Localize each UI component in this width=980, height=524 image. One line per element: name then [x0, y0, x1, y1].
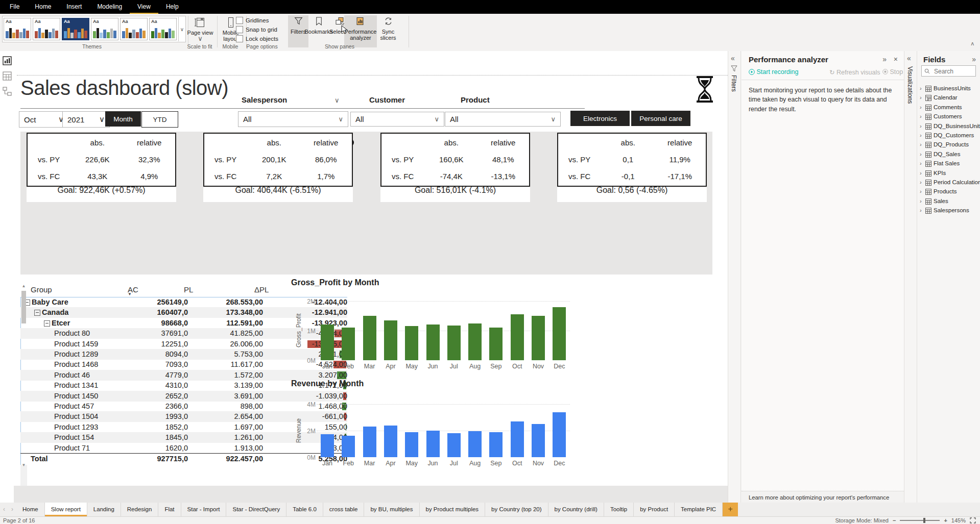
page-tab-cross-table[interactable]: cross table [323, 503, 365, 516]
bar-oct[interactable] [511, 314, 524, 360]
kpi-comparison-costs[interactable]: abs.relativevs. PY200,1K86,0%vs. FC7,2K1… [203, 133, 353, 187]
kpi-comparison-gross-margin[interactable]: abs.relativevs. PY0,111,9%vs. FC-0,1-17,… [557, 133, 707, 187]
field-item-sales[interactable]: ›Sales [917, 196, 980, 206]
new-page-button[interactable]: + [723, 503, 738, 516]
bar-dec[interactable] [553, 307, 566, 360]
field-item-comments[interactable]: ›Comments [917, 103, 980, 112]
expand-icon[interactable]: › [920, 196, 922, 206]
page-tab-slow-report[interactable]: Slow report [45, 503, 87, 516]
page-tab-home[interactable]: Home [16, 503, 45, 516]
month-slicer[interactable]: Oct∨ [19, 111, 69, 128]
expand-icon[interactable]: › [920, 178, 922, 187]
bar-jul[interactable] [447, 326, 461, 360]
category-button-electronics[interactable]: Electronics [570, 111, 630, 126]
scroll-up-icon[interactable]: ▲ [20, 284, 27, 288]
fit-to-page-icon[interactable] [970, 517, 976, 523]
bar-aug[interactable] [468, 431, 482, 457]
data-view-icon[interactable] [3, 71, 12, 81]
stop-button[interactable]: Stop [882, 68, 903, 76]
field-item-period-calculation[interactable]: ›Period Calculation [917, 178, 980, 187]
page-tab-by-country-top-20[interactable]: by Country (top 20) [485, 503, 548, 516]
kpi-comparison-gross-margin[interactable]: abs.relativevs. PY160,6K48,1%vs. FC-74,4… [380, 133, 530, 187]
bar-jul[interactable] [447, 433, 461, 457]
expand-icon[interactable]: › [920, 149, 922, 159]
menu-item-modeling[interactable]: Modeling [89, 1, 130, 13]
bar-mar[interactable] [363, 427, 376, 457]
tabs-scroll-left-icon[interactable]: ‹ [0, 503, 8, 516]
theme-gallery[interactable]: AaAaAaAaAaAa∨ [2, 16, 186, 42]
close-panel-icon[interactable]: × [894, 55, 898, 63]
field-item-dq-customers[interactable]: ›DQ_Customers [917, 131, 980, 140]
theme-gallery-dropdown-icon[interactable]: ∨ [178, 17, 185, 41]
expand-filters-icon[interactable]: « [731, 54, 735, 62]
bar-jan[interactable] [321, 434, 334, 458]
tabs-scroll-right-icon[interactable]: › [8, 503, 16, 516]
group-table-visual[interactable]: GroupAC▼PLΔPLBaby Care256149,0268.553,00… [20, 284, 357, 467]
page-tab-tooltip[interactable]: Tooltip [604, 503, 634, 516]
menu-item-insert[interactable]: Insert [59, 1, 89, 13]
bar-mar[interactable] [363, 316, 376, 360]
expand-icon[interactable]: › [920, 103, 922, 112]
theme-card-1[interactable]: Aa [4, 18, 31, 40]
bar-jun[interactable] [426, 325, 440, 360]
bar-jun[interactable] [426, 431, 440, 457]
expand-icon[interactable]: › [920, 168, 922, 178]
table-row-product-1468[interactable]: Product 14687093,011.617,00-4.524,00 [20, 359, 347, 370]
table-row-product-1450[interactable]: Product 14502652,03.691,00-1.039,00 [20, 391, 347, 402]
expand-icon[interactable]: › [920, 84, 922, 93]
search-input[interactable] [933, 66, 976, 77]
menu-item-file[interactable]: File [2, 1, 27, 13]
page-tab-landing[interactable]: Landing [87, 503, 121, 516]
bar-nov[interactable] [532, 424, 545, 457]
expand-icon[interactable]: › [920, 131, 922, 140]
performance-analyzer-pane-button[interactable]: Performanceanalyzer [344, 15, 377, 47]
kpi-comparison-revenues[interactable]: abs.relativevs. PY226,6K32,3%vs. FC43,3K… [27, 133, 176, 187]
scroll-down-icon[interactable]: ▼ [20, 463, 27, 467]
menu-item-home[interactable]: Home [27, 1, 59, 13]
menu-item-help[interactable]: Help [158, 1, 186, 13]
bar-feb[interactable] [342, 328, 355, 360]
model-view-icon[interactable] [3, 87, 12, 96]
page-tab-table-6-0[interactable]: Table 6.0 [286, 503, 323, 516]
bar-sep[interactable] [489, 328, 503, 360]
page-tab-redesign[interactable]: Redesign [121, 503, 159, 516]
start-recording-button[interactable]: Start recording [749, 68, 798, 76]
collapse-row-icon[interactable] [34, 310, 40, 316]
theme-card-5[interactable]: Aa [120, 18, 148, 40]
column-header-group[interactable]: Group [31, 285, 52, 294]
field-item-customers[interactable]: ›Customers [917, 112, 980, 121]
theme-card-4[interactable]: Aa [91, 18, 118, 40]
page-tab-by-bu-multiples[interactable]: by BU, multiples [364, 503, 419, 516]
expand-panel-icon[interactable]: » [882, 55, 887, 63]
expand-visualizations-icon[interactable]: « [907, 54, 911, 62]
fields-search[interactable] [921, 65, 976, 77]
column-header-dpl[interactable]: ΔPL [254, 285, 269, 294]
zoom-slider[interactable] [900, 520, 940, 521]
bar-jan[interactable] [321, 325, 334, 360]
theme-card-2[interactable]: Aa [33, 18, 60, 40]
collapse-ribbon-icon[interactable]: ᴧ [971, 40, 974, 46]
page-tab-template-pic[interactable]: Template PIC [675, 503, 723, 516]
year-slicer[interactable]: 2021∨ [62, 111, 110, 128]
checkbox-snap-to-grid[interactable]: Snap to grid [236, 26, 277, 33]
field-item-calendar[interactable]: ›Calendar [917, 93, 980, 102]
theme-card-6[interactable]: Aa [149, 18, 177, 40]
field-item-businessunits[interactable]: ›BusinessUnits [917, 84, 980, 93]
bar-dec[interactable] [553, 412, 566, 457]
category-button-personal-care[interactable]: Personal care [631, 111, 690, 126]
expand-icon[interactable]: › [920, 121, 922, 131]
expand-icon[interactable]: › [920, 187, 922, 196]
bar-may[interactable] [405, 326, 418, 360]
report-view-icon[interactable] [3, 56, 12, 65]
bar-sep[interactable] [489, 432, 503, 457]
field-item-flat-sales[interactable]: ›Flat Sales [917, 159, 980, 168]
field-item-products[interactable]: ›Products [917, 187, 980, 196]
filters-pane-collapsed[interactable]: « Filters [728, 51, 741, 503]
field-item-kpis[interactable]: ›KPIs [917, 168, 980, 178]
expand-icon[interactable]: › [920, 93, 922, 102]
expand-icon[interactable]: › [920, 140, 922, 149]
zoom-out-button[interactable]: − [893, 517, 896, 523]
bar-aug[interactable] [468, 323, 482, 361]
collapse-fields-icon[interactable]: » [972, 55, 976, 63]
period-button-month[interactable]: Month [105, 111, 141, 127]
